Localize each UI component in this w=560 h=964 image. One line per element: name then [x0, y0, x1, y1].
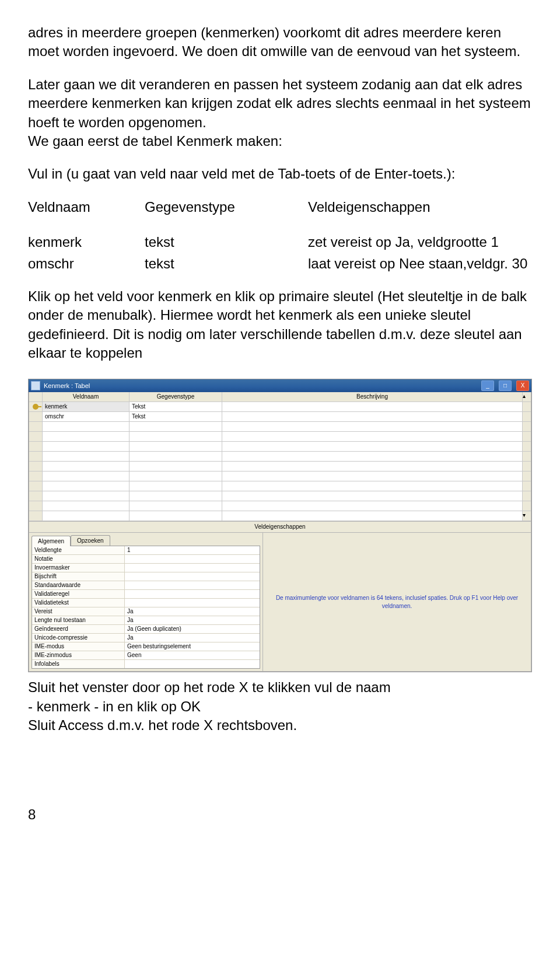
paragraph: adres in meerdere groepen (kenmerken) vo… [28, 23, 532, 61]
cell: laat vereist op Nee staan,veldgr. 30 [308, 254, 532, 273]
property-value[interactable]: Ja (Geen duplicaten) [124, 625, 260, 633]
property-value[interactable] [124, 590, 260, 598]
property-value[interactable] [124, 599, 260, 607]
window-minimize-button[interactable]: _ [481, 380, 494, 391]
paragraph: Later gaan we dit veranderen en passen h… [28, 75, 532, 132]
cell: kenmerk [28, 233, 145, 252]
col-header: Veldnaam [28, 198, 145, 216]
grid-col-header: Beschrijving [222, 392, 522, 401]
col-header: Veldeigenschappen [308, 198, 532, 216]
field-properties-pane: Algemeen Opzoeken Veldlengte1 Notatie In… [29, 533, 531, 672]
window-title: Kenmerk : Tabel [44, 382, 90, 390]
cell: omschr [28, 254, 145, 273]
property-hint-text: De maximumlengte voor veldnamen is 64 te… [262, 533, 531, 672]
window-titlebar: Kenmerk : Tabel _ □ X [29, 379, 531, 392]
cell: tekst [145, 233, 308, 252]
window-app-icon [31, 381, 40, 390]
property-grid: Veldlengte1 Notatie Invoermasker Bijschr… [32, 546, 260, 669]
table-row: omschr tekst laat vereist op Nee staan,v… [28, 254, 532, 273]
paragraph: Vul in (u gaat van veld naar veld met de… [28, 165, 532, 183]
property-value[interactable] [124, 555, 260, 563]
grid-col-header: Veldnaam [43, 392, 130, 401]
property-value[interactable]: Ja [124, 607, 260, 616]
page-number: 8 [28, 805, 532, 824]
property-value[interactable]: Geen besturingselement [124, 642, 260, 651]
description-cell[interactable] [222, 412, 522, 421]
paragraph: - kenmerk - in en klik op OK [28, 697, 532, 716]
paragraph: Klik op het veld voor kenmerk en klik op… [28, 287, 532, 363]
window-close-button[interactable]: X [516, 380, 529, 391]
primary-key-icon [33, 404, 38, 410]
field-name-cell[interactable]: kenmerk [43, 402, 130, 411]
table-header-row: Veldnaam Gegevenstype Veldeigenschappen [28, 198, 532, 216]
property-value[interactable] [124, 581, 260, 589]
table-row: kenmerk tekst zet vereist op Ja, veldgro… [28, 233, 532, 252]
property-value[interactable] [124, 660, 260, 668]
cell: zet vereist op Ja, veldgrootte 1 [308, 233, 532, 252]
col-header: Gegevenstype [145, 198, 308, 216]
grid-col-header: Gegevenstype [130, 392, 222, 401]
property-value[interactable]: Ja [124, 616, 260, 624]
paragraph: Sluit het venster door op het rode X te … [28, 678, 532, 697]
grid-header-row: Veldnaam Gegevenstype Beschrijving ▴ [29, 392, 531, 402]
property-value[interactable]: Ja [124, 634, 260, 642]
field-name-cell[interactable]: omschr [43, 412, 130, 421]
field-properties-label: Veldeigenschappen [29, 522, 531, 533]
description-cell[interactable] [222, 402, 522, 411]
table-design-grid: Veldnaam Gegevenstype Beschrijving ▴ ken… [29, 392, 531, 522]
scroll-up-icon[interactable]: ▴ [522, 392, 531, 401]
paragraph: Sluit Access d.m.v. het rode X rechtsbov… [28, 716, 532, 735]
tab-lookup[interactable]: Opzoeken [71, 535, 110, 546]
data-type-cell[interactable]: Tekst [130, 402, 222, 411]
grid-data-row[interactable]: kenmerk Tekst [29, 402, 531, 412]
property-value[interactable] [124, 564, 260, 572]
grid-data-row[interactable]: omschr Tekst [29, 412, 531, 422]
property-value[interactable]: Geen [124, 651, 260, 659]
data-type-cell[interactable]: Tekst [130, 412, 222, 421]
access-screenshot: Kenmerk : Tabel _ □ X Veldnaam Gegevenst… [28, 379, 532, 672]
paragraph: We gaan eerst de tabel Kenmerk maken: [28, 132, 532, 151]
property-value[interactable]: 1 [124, 546, 260, 554]
property-value[interactable] [124, 572, 260, 581]
tab-general[interactable]: Algemeen [32, 536, 71, 547]
cell: tekst [145, 254, 308, 273]
window-maximize-button[interactable]: □ [499, 380, 512, 391]
scroll-down-icon[interactable]: ▾ [522, 511, 531, 521]
